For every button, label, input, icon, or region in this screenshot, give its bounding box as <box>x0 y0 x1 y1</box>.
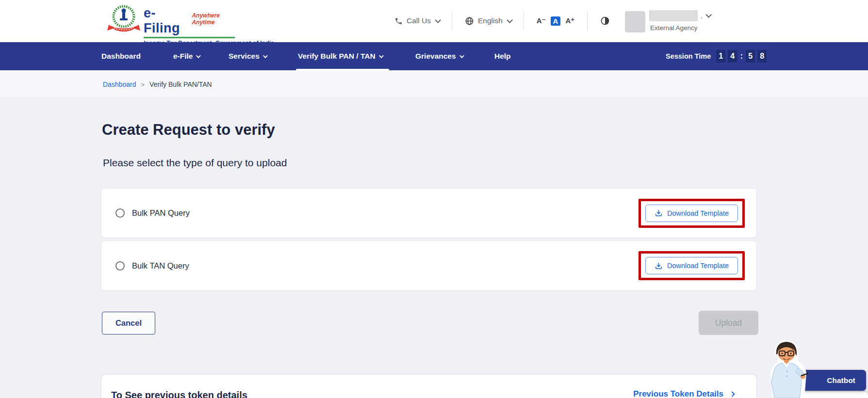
session-digit: 5 <box>746 50 755 63</box>
chevron-down-icon <box>263 53 268 58</box>
nav-verify-bulk-pan-tan[interactable]: Verify Bulk PAN / TAN <box>298 42 382 70</box>
chatbot-button[interactable]: Chatbot <box>800 370 866 391</box>
session-digit: 1 <box>716 50 725 63</box>
page-title: Create Request to verify <box>102 121 275 139</box>
chevron-down-icon <box>196 53 201 58</box>
option-label: Bulk TAN Query <box>132 261 189 271</box>
radio-bulk-tan-query[interactable] <box>115 261 125 271</box>
user-name-redacted <box>649 10 698 21</box>
nav-services[interactable]: Services <box>229 42 266 70</box>
contrast-toggle-icon[interactable] <box>600 16 610 26</box>
download-template-pan-button[interactable]: Download Template <box>645 205 738 222</box>
session-digit: 4 <box>728 50 737 63</box>
avatar <box>625 11 645 32</box>
nav-help[interactable]: Help <box>494 42 511 70</box>
logo-divider <box>144 37 235 38</box>
font-decrease-button[interactable]: A⁻ <box>537 16 546 25</box>
option-label: Bulk PAN Query <box>132 208 190 218</box>
chevron-down-icon <box>435 17 441 23</box>
chatbot-panel-edge <box>801 392 868 398</box>
chevron-right-icon <box>729 391 735 397</box>
page-subtitle: Please select the type of query to uploa… <box>103 157 287 169</box>
language-label: English <box>478 16 503 25</box>
session-digit: 8 <box>757 50 767 63</box>
previous-token-card: To See previous token details Previous T… <box>101 374 757 398</box>
header-divider <box>587 11 588 31</box>
session-colon: : <box>739 51 743 61</box>
chevron-down-icon <box>705 12 712 18</box>
session-timer: Session Time 1 4 : 5 8 <box>666 42 767 70</box>
logo-tagline: Anywhere Anytime <box>192 12 241 26</box>
download-icon <box>655 262 663 270</box>
session-time-label: Session Time <box>666 52 711 60</box>
chevron-down-icon <box>507 17 513 23</box>
phone-icon <box>394 17 403 25</box>
previous-token-text: To See previous token details <box>111 390 247 398</box>
bulk-tan-query-card: Bulk TAN Query Download Template <box>101 240 757 291</box>
income-tax-emblem-icon <box>107 4 140 34</box>
main-navbar: Dashboard e-File Services Verify Bulk PA… <box>0 42 868 70</box>
radio-bulk-pan-query[interactable] <box>115 208 125 218</box>
chevron-down-icon <box>379 53 384 58</box>
logo: e-Filing Anywhere Anytime Income Tax Dep… <box>144 6 241 47</box>
breadcrumb-dashboard-link[interactable]: Dashboard <box>103 80 136 88</box>
upload-button[interactable]: Upload <box>699 311 758 335</box>
font-normal-button[interactable]: A <box>551 16 561 26</box>
call-us-menu[interactable]: Call Us <box>394 16 439 25</box>
highlight-box: Download Template <box>639 251 745 280</box>
header-divider <box>524 11 524 31</box>
header-divider <box>452 11 452 31</box>
nav-dashboard[interactable]: Dashboard <box>101 42 141 70</box>
nav-efile[interactable]: e-File <box>173 42 199 70</box>
cancel-button[interactable]: Cancel <box>102 312 155 334</box>
font-increase-button[interactable]: A⁺ <box>565 16 574 25</box>
chatbot-assistant-illustration[interactable] <box>765 338 808 398</box>
breadcrumb-current: Verify Bulk PAN/TAN <box>149 80 212 88</box>
chevron-down-icon <box>459 53 464 58</box>
download-icon <box>655 209 663 217</box>
bulk-pan-query-card: Bulk PAN Query Download Template <box>101 188 757 238</box>
call-us-label: Call Us <box>407 16 431 25</box>
breadcrumb: Dashboard > Verify Bulk PAN/TAN <box>103 80 212 88</box>
top-header: e-Filing Anywhere Anytime Income Tax Dep… <box>0 0 868 42</box>
breadcrumb-separator: > <box>141 81 145 88</box>
globe-icon <box>465 16 474 26</box>
breadcrumb-strip: Dashboard > Verify Bulk PAN/TAN <box>0 70 868 97</box>
language-menu[interactable]: English <box>465 16 511 26</box>
previous-token-details-link[interactable]: Previous Token Details <box>633 389 734 398</box>
nav-grievances[interactable]: Grievances <box>415 42 463 70</box>
user-role-label: External Agency <box>650 24 698 32</box>
user-name-suffix: . <box>701 12 703 20</box>
highlight-box: Download Template <box>639 199 745 228</box>
download-template-tan-button[interactable]: Download Template <box>645 257 738 274</box>
logo-title: e-Filing <box>144 6 189 36</box>
